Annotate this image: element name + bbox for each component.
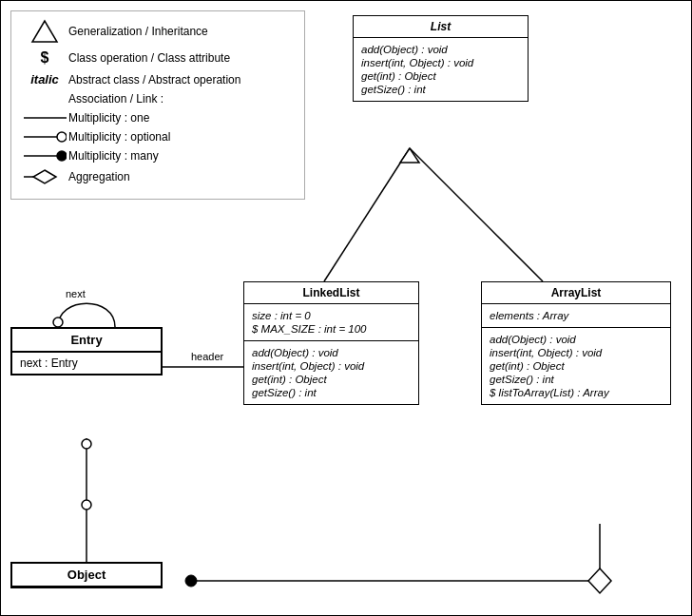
legend-class-op: $ Class operation / Class attribute xyxy=(21,49,295,67)
entry-class: Entry next : Entry xyxy=(10,327,163,375)
linkedlist-class-methods: add(Object) : void insert(int, Object) :… xyxy=(244,341,418,404)
arraylist-class-header: ArrayList xyxy=(482,282,670,304)
svg-point-5 xyxy=(53,318,63,327)
line-open-circle-icon xyxy=(21,130,68,144)
object-class: Object xyxy=(10,562,163,588)
legend-mult-one: Multiplicity : one xyxy=(21,111,295,125)
entry-class-header: Entry xyxy=(12,329,161,353)
list-class: List add(Object) : void insert(int, Obje… xyxy=(353,15,529,102)
legend-mult-optional: Multiplicity : optional xyxy=(21,130,295,144)
legend-association-text: Association / Link : xyxy=(68,92,295,106)
svg-marker-21 xyxy=(33,170,56,183)
svg-point-17 xyxy=(57,132,67,142)
line-plain-icon xyxy=(21,113,68,123)
legend-mult-one-text: Multiplicity : one xyxy=(68,111,295,125)
linkedlist-method-1: add(Object) : void xyxy=(252,347,411,358)
object-class-header: Object xyxy=(12,564,161,587)
linkedlist-attr-1: size : int = 0 xyxy=(252,310,411,321)
linkedlist-class: LinkedList size : int = 0 $ MAX_SIZE : i… xyxy=(243,281,419,405)
linkedlist-attr-2: $ MAX_SIZE : int = 100 xyxy=(252,323,411,335)
linkedlist-class-header: LinkedList xyxy=(244,282,418,304)
svg-marker-12 xyxy=(588,568,611,593)
arraylist-method-3: get(int) : Object xyxy=(490,360,663,372)
legend-class-op-text: Class operation / Class attribute xyxy=(68,51,295,65)
arraylist-class: ArrayList elements : Array add(Object) :… xyxy=(481,281,671,405)
list-method-3: get(int) : Object xyxy=(361,70,520,82)
arraylist-method-2: insert(int, Object) : void xyxy=(490,347,663,358)
linkedlist-class-attrs: size : int = 0 $ MAX_SIZE : int = 100 xyxy=(244,304,418,341)
svg-point-9 xyxy=(82,500,91,510)
legend-association: Association / Link : xyxy=(21,92,295,106)
line-filled-circle-icon xyxy=(21,149,68,163)
svg-line-2 xyxy=(410,148,543,281)
svg-marker-1 xyxy=(400,148,419,163)
legend-aggregation-text: Aggregation xyxy=(68,170,295,183)
arraylist-class-methods: add(Object) : void insert(int, Object) :… xyxy=(482,328,670,404)
legend-abstract: italic Abstract class / Abstract operati… xyxy=(21,72,295,87)
legend: Generalization / Inheritance $ Class ope… xyxy=(10,10,305,200)
legend-aggregation: Aggregation xyxy=(21,168,295,185)
svg-point-11 xyxy=(185,575,197,587)
svg-point-19 xyxy=(57,151,67,161)
arraylist-method-5: $ listToArray(List) : Array xyxy=(490,387,663,398)
svg-marker-14 xyxy=(32,21,57,42)
svg-text:next: next xyxy=(66,288,86,299)
arraylist-attr-1: elements : Array xyxy=(490,310,663,321)
legend-abstract-text: Abstract class / Abstract operation xyxy=(68,73,295,87)
list-method-2: insert(int, Object) : void xyxy=(361,57,520,68)
legend-generalization-text: Generalization / Inheritance xyxy=(68,25,295,38)
diamond-icon xyxy=(21,168,68,185)
diagram-container: header next Generalizati xyxy=(0,0,692,616)
svg-point-8 xyxy=(82,439,91,449)
svg-text:header: header xyxy=(191,351,224,362)
entry-class-attrs: next : Entry xyxy=(12,353,161,374)
legend-mult-many-text: Multiplicity : many xyxy=(68,149,295,163)
linkedlist-method-3: get(int) : Object xyxy=(252,374,411,385)
legend-mult-many: Multiplicity : many xyxy=(21,149,295,163)
svg-line-0 xyxy=(324,148,410,281)
triangle-icon xyxy=(21,19,68,44)
arraylist-method-4: getSize() : int xyxy=(490,374,663,385)
legend-mult-optional-text: Multiplicity : optional xyxy=(68,130,295,144)
italic-icon: italic xyxy=(21,72,68,87)
entry-attr-1: next : Entry xyxy=(20,356,153,370)
linkedlist-method-4: getSize() : int xyxy=(252,387,411,398)
linkedlist-method-2: insert(int, Object) : void xyxy=(252,360,411,372)
legend-generalization: Generalization / Inheritance xyxy=(21,19,295,44)
list-class-header: List xyxy=(354,16,528,38)
arraylist-class-attrs: elements : Array xyxy=(482,304,670,328)
arraylist-method-1: add(Object) : void xyxy=(490,334,663,345)
dollar-icon: $ xyxy=(21,49,68,67)
list-class-methods: add(Object) : void insert(int, Object) :… xyxy=(354,38,528,101)
list-method-1: add(Object) : void xyxy=(361,44,520,55)
list-method-4: getSize() : int xyxy=(361,84,520,95)
